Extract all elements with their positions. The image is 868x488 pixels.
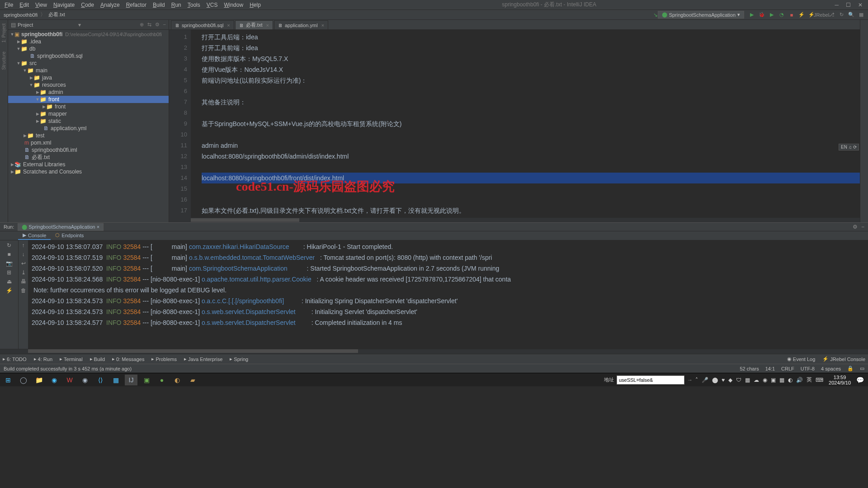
- tray-icon[interactable]: ◉: [763, 377, 767, 383]
- tree-main[interactable]: ▼📁main: [8, 67, 169, 74]
- tree-src[interactable]: ▼📁src: [8, 60, 169, 67]
- menu-code[interactable]: Code: [78, 1, 97, 9]
- update-icon[interactable]: ↻: [838, 12, 844, 18]
- tree-extlib[interactable]: ▶📚External Libraries: [8, 161, 169, 168]
- tray-icon[interactable]: ◐: [788, 377, 793, 383]
- hammer-icon[interactable]: ↘: [653, 12, 658, 18]
- tree-front[interactable]: ▼📁front: [8, 96, 169, 103]
- app3-icon[interactable]: ◐: [171, 375, 184, 385]
- print-icon[interactable]: 🖶: [21, 278, 26, 285]
- search-icon[interactable]: 🔍: [848, 12, 854, 18]
- tray-icon[interactable]: ▦: [779, 377, 784, 383]
- tool-messages[interactable]: ▸ 0: Messages: [112, 356, 144, 362]
- addr-go-icon[interactable]: →: [687, 377, 693, 383]
- wps-icon[interactable]: W: [63, 375, 76, 385]
- jrebel-run-icon[interactable]: ⚡: [798, 12, 805, 18]
- tree-iml[interactable]: 🗎springboothb0fi.iml: [8, 146, 169, 154]
- tree-test[interactable]: ▶📁test: [8, 132, 169, 139]
- layout-icon[interactable]: ⊞: [7, 269, 11, 276]
- intellij-icon[interactable]: IJ: [125, 375, 137, 385]
- project-tree[interactable]: ▼▣springboothb0fiD:\releaseComp\24-09\14…: [8, 30, 169, 222]
- project-stripe[interactable]: 1: Project: [1, 23, 6, 42]
- play-icon[interactable]: ▶: [749, 12, 755, 18]
- gear-icon[interactable]: ⚙: [853, 224, 858, 230]
- tray-ime[interactable]: 英: [807, 376, 812, 384]
- tree-resources[interactable]: ▼📁resources: [8, 81, 169, 89]
- mem-indicator[interactable]: ▭: [860, 366, 864, 371]
- collapse-icon[interactable]: ⇆: [147, 22, 151, 28]
- wechat-icon[interactable]: ●: [156, 375, 168, 385]
- editor-body[interactable]: 1234567891011121314151617 打开工具后端：idea打开工…: [169, 30, 860, 218]
- notifications-icon[interactable]: 💬: [854, 375, 866, 385]
- editor-scrollbar[interactable]: [169, 218, 860, 222]
- trash-icon[interactable]: 🗑: [21, 287, 26, 294]
- menu-analyze[interactable]: Analyze: [98, 1, 123, 9]
- tree-appyml[interactable]: 🗎application.yml: [8, 125, 169, 132]
- close-icon[interactable]: ✕: [858, 2, 863, 8]
- exit-icon[interactable]: ⏏: [7, 278, 12, 285]
- rerun-icon[interactable]: ↻: [7, 242, 11, 249]
- sublime-icon[interactable]: ▰: [186, 375, 199, 385]
- console-tab[interactable]: ▶Console: [18, 231, 51, 240]
- tree-java[interactable]: ▶📁java: [8, 74, 169, 81]
- cortana-icon[interactable]: ◯: [17, 375, 30, 385]
- start-icon[interactable]: ⊞: [2, 375, 14, 385]
- tool-terminal[interactable]: ▸ Terminal: [60, 356, 83, 362]
- tree-pom[interactable]: mpom.xml: [8, 139, 169, 146]
- menu-help[interactable]: Help: [247, 1, 264, 9]
- menu-vcs[interactable]: VCS: [204, 1, 221, 9]
- jrebel-icon[interactable]: ⚡: [6, 287, 13, 294]
- jrebel-console[interactable]: ⚡ JRebel Console: [822, 356, 865, 362]
- tray-icon[interactable]: ☁: [754, 377, 759, 383]
- menu-view[interactable]: View: [33, 1, 50, 9]
- menu-edit[interactable]: Edit: [17, 1, 32, 9]
- editor-tab[interactable]: 🗎application.yml×: [274, 20, 328, 29]
- profile-icon[interactable]: ◔: [778, 12, 785, 18]
- target-icon[interactable]: ⊕: [140, 22, 144, 28]
- tray-icon[interactable]: 🎤: [702, 377, 708, 383]
- maximize-icon[interactable]: ☐: [846, 2, 851, 8]
- tray-keyboard-icon[interactable]: ⌨: [816, 377, 823, 383]
- tool-run[interactable]: ▸ 4: Run: [34, 356, 52, 362]
- tree-db[interactable]: ▼📁db: [8, 45, 169, 52]
- tree-idea[interactable]: ▶📁.idea: [8, 38, 169, 45]
- tray-icon[interactable]: ♥: [722, 377, 725, 383]
- app-icon[interactable]: ▦: [109, 375, 122, 385]
- menu-build[interactable]: Build: [150, 1, 168, 9]
- stop-icon[interactable]: ■: [788, 12, 795, 18]
- status-enc[interactable]: UTF-8: [801, 366, 815, 371]
- tray-icon[interactable]: ⬤: [712, 377, 718, 383]
- editor-tab[interactable]: 🗎必看.txt×: [235, 20, 273, 29]
- explorer-icon[interactable]: 📁: [33, 375, 45, 385]
- endpoints-tab[interactable]: ⬡Endpoints: [51, 231, 88, 240]
- tree-root[interactable]: ▼▣springboothb0fiD:\releaseComp\24-09\14…: [8, 31, 169, 38]
- lock-icon[interactable]: 🔒: [847, 366, 854, 371]
- minimize-icon[interactable]: ─: [835, 2, 839, 8]
- structure-stripe[interactable]: Structure: [1, 52, 6, 70]
- layout-icon[interactable]: ▦: [858, 12, 864, 18]
- debug-icon[interactable]: 🐞: [759, 12, 765, 18]
- tray-icon[interactable]: ▦: [745, 377, 750, 383]
- ime-badge[interactable]: EN ♫ ⟳: [839, 144, 859, 150]
- tree-front2[interactable]: ▶📁front: [8, 103, 169, 110]
- tray-icon[interactable]: ▣: [771, 377, 776, 383]
- console-output[interactable]: 2024-09-10 13:58:07.037 INFO 32584 --- […: [28, 240, 868, 349]
- menu-tools[interactable]: Tools: [185, 1, 203, 9]
- tool-build[interactable]: ▸ Build: [90, 356, 105, 362]
- menu-run[interactable]: Run: [169, 1, 184, 9]
- taskbar-clock[interactable]: 13:59 2024/9/10: [829, 375, 851, 385]
- menu-window[interactable]: Window: [221, 1, 246, 9]
- addr-input[interactable]: [617, 375, 684, 385]
- chrome-icon[interactable]: ◉: [79, 375, 91, 385]
- editor-code[interactable]: 打开工具后端：idea打开工具前端：idea使用数据库版本：MySQL5.7.X…: [191, 30, 860, 218]
- tray-volume-icon[interactable]: 🔊: [796, 377, 803, 383]
- status-crlf[interactable]: CRLF: [781, 366, 794, 371]
- tool-problems[interactable]: ▸ Problems: [151, 356, 176, 362]
- close-tab-icon[interactable]: ×: [266, 23, 269, 28]
- close-tab-icon[interactable]: ×: [227, 23, 230, 28]
- tool-javaenterprise[interactable]: ▸ Java Enterprise: [184, 356, 222, 362]
- up-icon[interactable]: ↑: [22, 242, 25, 249]
- tree-static[interactable]: ▶📁static: [8, 117, 169, 125]
- tool-todo[interactable]: ▸ 6: TODO: [3, 356, 27, 362]
- stop-icon[interactable]: ■: [7, 251, 10, 258]
